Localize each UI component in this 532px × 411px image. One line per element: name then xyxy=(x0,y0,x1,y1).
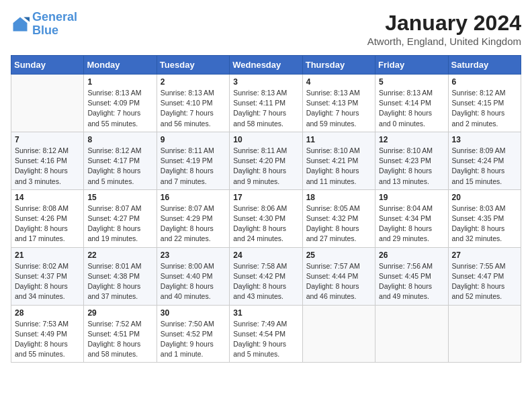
logo-line2: Blue xyxy=(32,24,58,37)
calendar-table: SundayMondayTuesdayWednesdayThursdayFrid… xyxy=(11,55,521,363)
day-cell: 14Sunrise: 8:08 AM Sunset: 4:26 PM Dayli… xyxy=(11,189,84,247)
day-detail: Sunrise: 7:50 AM Sunset: 4:52 PM Dayligh… xyxy=(161,319,226,360)
day-detail: Sunrise: 8:13 AM Sunset: 4:09 PM Dayligh… xyxy=(87,88,152,129)
page-header: General Blue January 2024 Atworth, Engla… xyxy=(11,11,521,47)
day-number: 15 xyxy=(87,193,152,202)
day-number: 21 xyxy=(15,250,80,260)
day-detail: Sunrise: 8:07 AM Sunset: 4:29 PM Dayligh… xyxy=(161,203,226,244)
day-cell: 31Sunrise: 7:49 AM Sunset: 4:54 PM Dayli… xyxy=(230,305,302,363)
day-detail: Sunrise: 8:08 AM Sunset: 4:26 PM Dayligh… xyxy=(15,203,80,244)
day-cell: 19Sunrise: 8:04 AM Sunset: 4:34 PM Dayli… xyxy=(375,189,448,247)
calendar-subtitle: Atworth, England, United Kingdom xyxy=(367,36,521,47)
day-detail: Sunrise: 7:55 AM Sunset: 4:47 PM Dayligh… xyxy=(452,261,517,302)
week-row-2: 14Sunrise: 8:08 AM Sunset: 4:26 PM Dayli… xyxy=(11,189,521,247)
day-detail: Sunrise: 7:52 AM Sunset: 4:51 PM Dayligh… xyxy=(87,319,152,360)
week-row-0: 1Sunrise: 8:13 AM Sunset: 4:09 PM Daylig… xyxy=(11,75,521,132)
day-detail: Sunrise: 8:11 AM Sunset: 4:20 PM Dayligh… xyxy=(233,146,298,187)
day-cell: 25Sunrise: 7:57 AM Sunset: 4:44 PM Dayli… xyxy=(302,247,375,305)
day-number: 25 xyxy=(306,250,371,260)
day-cell: 7Sunrise: 8:12 AM Sunset: 4:16 PM Daylig… xyxy=(11,132,84,189)
week-row-1: 7Sunrise: 8:12 AM Sunset: 4:16 PM Daylig… xyxy=(11,132,521,189)
day-detail: Sunrise: 8:12 AM Sunset: 4:16 PM Dayligh… xyxy=(15,146,80,187)
header-cell-friday: Friday xyxy=(375,56,448,75)
day-number: 23 xyxy=(161,250,226,260)
day-number: 29 xyxy=(87,308,152,318)
day-cell: 17Sunrise: 8:06 AM Sunset: 4:30 PM Dayli… xyxy=(230,189,302,247)
day-cell: 5Sunrise: 8:13 AM Sunset: 4:14 PM Daylig… xyxy=(375,75,448,132)
day-number: 31 xyxy=(233,308,298,318)
day-number: 22 xyxy=(87,250,152,260)
day-number: 20 xyxy=(452,193,517,202)
day-cell: 6Sunrise: 8:12 AM Sunset: 4:15 PM Daylig… xyxy=(448,75,521,132)
day-detail: Sunrise: 8:09 AM Sunset: 4:24 PM Dayligh… xyxy=(452,146,517,187)
day-cell: 24Sunrise: 7:58 AM Sunset: 4:42 PM Dayli… xyxy=(230,247,302,305)
day-cell: 30Sunrise: 7:50 AM Sunset: 4:52 PM Dayli… xyxy=(157,305,229,363)
day-detail: Sunrise: 8:04 AM Sunset: 4:34 PM Dayligh… xyxy=(379,203,444,244)
day-cell: 3Sunrise: 8:13 AM Sunset: 4:11 PM Daylig… xyxy=(230,75,302,132)
day-cell: 8Sunrise: 8:12 AM Sunset: 4:17 PM Daylig… xyxy=(84,132,157,189)
day-cell: 4Sunrise: 8:13 AM Sunset: 4:13 PM Daylig… xyxy=(302,75,375,132)
day-number: 10 xyxy=(233,135,298,144)
day-detail: Sunrise: 8:11 AM Sunset: 4:19 PM Dayligh… xyxy=(161,146,226,187)
day-detail: Sunrise: 8:13 AM Sunset: 4:13 PM Dayligh… xyxy=(306,88,371,129)
header-cell-sunday: Sunday xyxy=(11,56,84,75)
day-cell: 16Sunrise: 8:07 AM Sunset: 4:29 PM Dayli… xyxy=(157,189,229,247)
day-detail: Sunrise: 8:03 AM Sunset: 4:35 PM Dayligh… xyxy=(452,203,517,244)
header-row: SundayMondayTuesdayWednesdayThursdayFrid… xyxy=(11,56,521,75)
title-block: January 2024 Atworth, England, United Ki… xyxy=(367,11,521,47)
logo-icon xyxy=(11,15,30,34)
day-number: 13 xyxy=(452,135,517,144)
day-cell: 22Sunrise: 8:01 AM Sunset: 4:38 PM Dayli… xyxy=(84,247,157,305)
day-number: 19 xyxy=(379,193,444,202)
header-cell-tuesday: Tuesday xyxy=(157,56,229,75)
day-detail: Sunrise: 8:07 AM Sunset: 4:27 PM Dayligh… xyxy=(87,203,152,244)
day-cell xyxy=(11,75,84,132)
header-cell-thursday: Thursday xyxy=(302,56,375,75)
day-detail: Sunrise: 8:01 AM Sunset: 4:38 PM Dayligh… xyxy=(87,261,152,302)
day-number: 26 xyxy=(379,250,444,260)
header-cell-saturday: Saturday xyxy=(448,56,521,75)
day-number: 7 xyxy=(15,135,80,144)
day-cell: 21Sunrise: 8:02 AM Sunset: 4:37 PM Dayli… xyxy=(11,247,84,305)
day-cell: 1Sunrise: 8:13 AM Sunset: 4:09 PM Daylig… xyxy=(84,75,157,132)
day-detail: Sunrise: 7:49 AM Sunset: 4:54 PM Dayligh… xyxy=(233,319,298,360)
day-number: 14 xyxy=(15,193,80,202)
logo-line1: General xyxy=(32,10,77,24)
day-number: 5 xyxy=(379,77,444,87)
day-detail: Sunrise: 7:58 AM Sunset: 4:42 PM Dayligh… xyxy=(233,261,298,302)
calendar-header: SundayMondayTuesdayWednesdayThursdayFrid… xyxy=(11,56,521,75)
day-cell: 15Sunrise: 8:07 AM Sunset: 4:27 PM Dayli… xyxy=(84,189,157,247)
calendar-title: January 2024 xyxy=(367,11,521,36)
day-detail: Sunrise: 8:13 AM Sunset: 4:11 PM Dayligh… xyxy=(233,88,298,129)
calendar-body: 1Sunrise: 8:13 AM Sunset: 4:09 PM Daylig… xyxy=(11,75,521,363)
day-detail: Sunrise: 7:57 AM Sunset: 4:44 PM Dayligh… xyxy=(306,261,371,302)
week-row-3: 21Sunrise: 8:02 AM Sunset: 4:37 PM Dayli… xyxy=(11,247,521,305)
day-detail: Sunrise: 8:12 AM Sunset: 4:15 PM Dayligh… xyxy=(452,88,517,129)
week-row-4: 28Sunrise: 7:53 AM Sunset: 4:49 PM Dayli… xyxy=(11,305,521,363)
day-cell: 29Sunrise: 7:52 AM Sunset: 4:51 PM Dayli… xyxy=(84,305,157,363)
day-cell: 18Sunrise: 8:05 AM Sunset: 4:32 PM Dayli… xyxy=(302,189,375,247)
day-number: 12 xyxy=(379,135,444,144)
day-cell: 26Sunrise: 7:56 AM Sunset: 4:45 PM Dayli… xyxy=(375,247,448,305)
day-number: 24 xyxy=(233,250,298,260)
day-number: 6 xyxy=(452,77,517,87)
day-detail: Sunrise: 7:53 AM Sunset: 4:49 PM Dayligh… xyxy=(15,319,80,360)
day-cell xyxy=(448,305,521,363)
day-cell: 28Sunrise: 7:53 AM Sunset: 4:49 PM Dayli… xyxy=(11,305,84,363)
day-number: 18 xyxy=(306,193,371,202)
day-detail: Sunrise: 8:13 AM Sunset: 4:14 PM Dayligh… xyxy=(379,88,444,129)
day-detail: Sunrise: 7:56 AM Sunset: 4:45 PM Dayligh… xyxy=(379,261,444,302)
day-number: 30 xyxy=(161,308,226,318)
logo: General Blue xyxy=(11,11,77,38)
day-number: 11 xyxy=(306,135,371,144)
day-number: 16 xyxy=(161,193,226,202)
day-cell: 23Sunrise: 8:00 AM Sunset: 4:40 PM Dayli… xyxy=(157,247,229,305)
svg-marker-0 xyxy=(13,17,28,31)
logo-text: General Blue xyxy=(32,11,77,38)
day-number: 17 xyxy=(233,193,298,202)
day-detail: Sunrise: 8:12 AM Sunset: 4:17 PM Dayligh… xyxy=(87,146,152,187)
day-cell: 10Sunrise: 8:11 AM Sunset: 4:20 PM Dayli… xyxy=(230,132,302,189)
header-cell-wednesday: Wednesday xyxy=(230,56,302,75)
day-cell: 20Sunrise: 8:03 AM Sunset: 4:35 PM Dayli… xyxy=(448,189,521,247)
day-cell: 12Sunrise: 8:10 AM Sunset: 4:23 PM Dayli… xyxy=(375,132,448,189)
